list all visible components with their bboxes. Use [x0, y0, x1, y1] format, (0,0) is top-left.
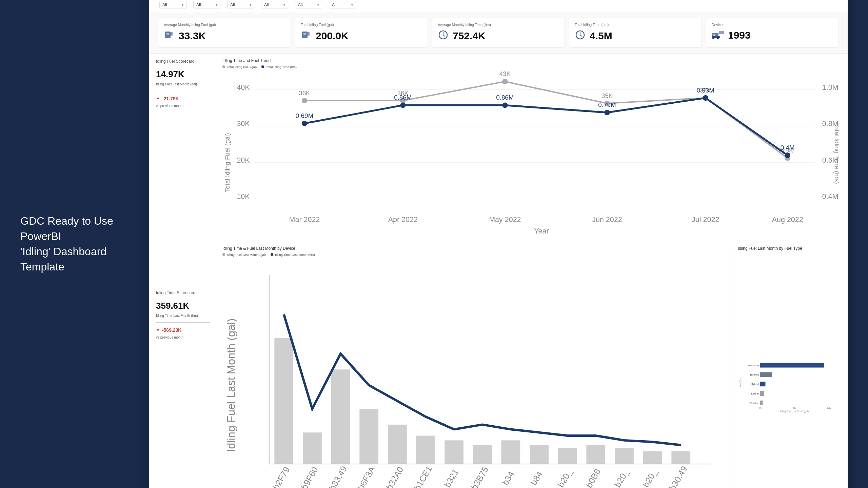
svg-text:b6F3A: b6F3A — [356, 465, 377, 488]
charts-col: Idling Time and Fuel Trend Total Idling … — [217, 54, 848, 488]
device-legend-time-dot — [271, 253, 273, 256]
kpi-devices-title: Devices — [712, 23, 833, 27]
kpi-avg-monthly-time-value-row: 752.4K — [438, 29, 559, 43]
kpi-total-time-value-row: 4.5M — [575, 29, 696, 43]
top-chart-row: Idling Time and Fuel Trend Total Idling … — [217, 54, 848, 241]
svg-text:b84: b84 — [529, 469, 544, 487]
kpi-avg-monthly-fuel-value-row: 33.3K — [164, 29, 285, 43]
svg-rect-58 — [388, 424, 407, 464]
svg-text:b0B8: b0B8 — [584, 467, 602, 488]
svg-text:b20_: b20_ — [641, 467, 659, 488]
filter-model-value[interactable]: All ▾ — [295, 1, 322, 8]
kpi-devices-icon — [712, 29, 724, 41]
kpi-card-avg-monthly-fuel: Average Monthly Idling Fuel (gal) 33.3K — [158, 18, 291, 48]
svg-text:b1CE1: b1CE1 — [412, 464, 434, 488]
kpi-row: Average Monthly Idling Fuel (gal) 33.3K … — [149, 12, 848, 54]
svg-text:b20_: b20_ — [613, 467, 631, 488]
page-wrapper: GDC Ready to Use PowerBI 'Idling' Dashbo… — [0, 0, 868, 488]
filter-vin: VIN ≡ All ▾ — [227, 0, 254, 8]
filter-manufacturer-value[interactable]: All ▾ — [261, 1, 288, 8]
svg-text:FuelType: FuelType — [739, 377, 742, 387]
bottom-chart-row: Idling Time & Fuel Last Month by Device … — [217, 241, 848, 488]
kpi-total-fuel-number: 200.0K — [316, 30, 349, 42]
device-chart-title: Idling Time & Fuel Last Month by Device — [222, 246, 727, 251]
svg-text:Aug 2022: Aug 2022 — [772, 215, 803, 223]
filter-year-value[interactable]: All ▾ — [329, 1, 356, 8]
fuel-type-chart-panel: Idling Fuel Last Month by Fuel Type Fuel… — [732, 241, 848, 488]
svg-text:Idling Fuel Last Month (gal): Idling Fuel Last Month (gal) — [780, 410, 809, 412]
time-delta-value: -569.23K — [162, 327, 182, 333]
time-dot-2 — [400, 102, 406, 108]
svg-rect-65 — [586, 445, 605, 464]
kpi-total-time-title: Total Idling Time (hrs) — [575, 23, 696, 27]
filter-manufacturer: Manufacturer ≡ All ▾ — [261, 0, 288, 8]
fuel-scorecard-main-value: 14.97K — [156, 69, 210, 80]
fuel-type-chart-svg: FuelType Gasoline (Blank) Hybrid — [738, 253, 842, 488]
kpi-devices-value-row: 1993 — [712, 29, 833, 41]
trend-legend-time-dot — [261, 65, 264, 68]
svg-text:Year: Year — [534, 227, 549, 235]
svg-text:Total Idling Time (hrs): Total Idling Time (hrs) — [833, 123, 841, 184]
svg-rect-1 — [166, 33, 169, 35]
svg-point-16 — [717, 37, 719, 39]
trend-legend-time: Total Idling Time (hrs) — [261, 65, 297, 69]
svg-text:36K: 36K — [299, 89, 310, 97]
svg-rect-63 — [530, 445, 549, 464]
trend-chart-svg: 40K 30K 20K 10K Total Idling Fuel (gal) … — [222, 71, 842, 236]
sidebar-title-2: 'Idling' Dashboard Template — [20, 245, 106, 273]
filter-deviceid-value[interactable]: All ▾ — [193, 1, 220, 8]
trend-chart-panel: Idling Time and Fuel Trend Total Idling … — [217, 54, 848, 241]
time-dot-5 — [703, 95, 708, 101]
device-chart-panel: Idling Time & Fuel Last Month by Device … — [217, 241, 732, 488]
dashboard: GEOTAB. | Idling Fuel & Time GroupName ≡… — [149, 0, 848, 488]
kpi-total-time-number: 4.5M — [590, 30, 612, 42]
svg-text:10K: 10K — [237, 192, 250, 201]
kpi-avg-monthly-fuel-number: 33.3K — [179, 30, 206, 42]
filter-groupname-value[interactable]: All ▾ — [159, 1, 186, 8]
trend-legend-fuel-label: Total Idling Fuel (gal) — [227, 65, 257, 69]
svg-text:b20_: b20_ — [556, 467, 574, 488]
time-scorecard-title: Idling Time Scorecard — [156, 290, 210, 295]
svg-line-11 — [580, 35, 582, 36]
kpi-total-fuel-title: Total Idling Fuel (gal) — [301, 23, 422, 27]
svg-rect-57 — [359, 409, 378, 464]
device-chart-svg: Idling Fuel Last Month (gal) — [222, 259, 727, 488]
svg-text:0.4M: 0.4M — [822, 192, 839, 201]
svg-text:Mar 2022: Mar 2022 — [289, 215, 320, 223]
time-scorecard-delta: ▼ -569.23K — [156, 327, 210, 333]
svg-text:b32A0: b32A0 — [384, 465, 405, 488]
svg-text:40K: 40K — [237, 83, 250, 91]
device-legend-fuel-label: Idling Fuel Last Month (gal) — [227, 253, 266, 257]
filter-model-dropdown: ▾ — [317, 3, 319, 7]
svg-text:Diesel: Diesel — [751, 392, 759, 395]
device-x-labels: b2F79 b9F60 b33.49 b6F3A b32A0 b1CE1 b32… — [271, 464, 689, 488]
kpi-devices-number: 1993 — [728, 29, 751, 41]
time-scorecard-main-value: 359.61K — [156, 301, 210, 311]
trend-legend-fuel-dot — [222, 65, 225, 68]
time-trend-line — [304, 98, 788, 155]
filter-vin-dropdown: ▾ — [250, 3, 251, 7]
svg-rect-67 — [643, 451, 662, 464]
kpi-card-total-fuel: Total Idling Fuel (gal) 200.0K — [295, 18, 428, 48]
trend-legend-fuel: Total Idling Fuel (gal) — [222, 65, 257, 69]
fuel-delta-value: -21.78K — [162, 96, 179, 101]
svg-text:Apr 2022: Apr 2022 — [388, 215, 418, 223]
bar-flexible — [760, 400, 763, 405]
fuel-type-chart-title: Idling Fuel Last Month by Fuel Type — [738, 246, 842, 251]
kpi-avg-monthly-time-number: 752.4K — [453, 30, 486, 42]
bar-diesel — [760, 391, 764, 396]
svg-text:b30.49: b30.49 — [668, 464, 689, 488]
fuel-scorecard-title: Idling Fuel Scorecard — [156, 59, 210, 64]
svg-rect-56 — [331, 369, 350, 464]
fuel-trend-line — [304, 81, 788, 158]
device-legend-fuel: Idling Fuel Last Month (gal) — [222, 253, 266, 257]
left-scorecards: Idling Fuel Scorecard 14.97K Idling Fuel… — [149, 54, 217, 488]
svg-text:20K: 20K — [237, 156, 250, 164]
bar-blank — [760, 372, 772, 377]
svg-rect-54 — [274, 338, 293, 464]
filter-vin-value[interactable]: All ▾ — [227, 1, 254, 8]
svg-rect-64 — [558, 448, 577, 464]
kpi-card-avg-monthly-time: Average Monthly Idling Time (hrs) 752.4K — [432, 18, 565, 48]
fuel-delta-arrow: ▼ — [156, 96, 160, 101]
trend-chart-title: Idling Time and Fuel Trend — [222, 58, 842, 63]
